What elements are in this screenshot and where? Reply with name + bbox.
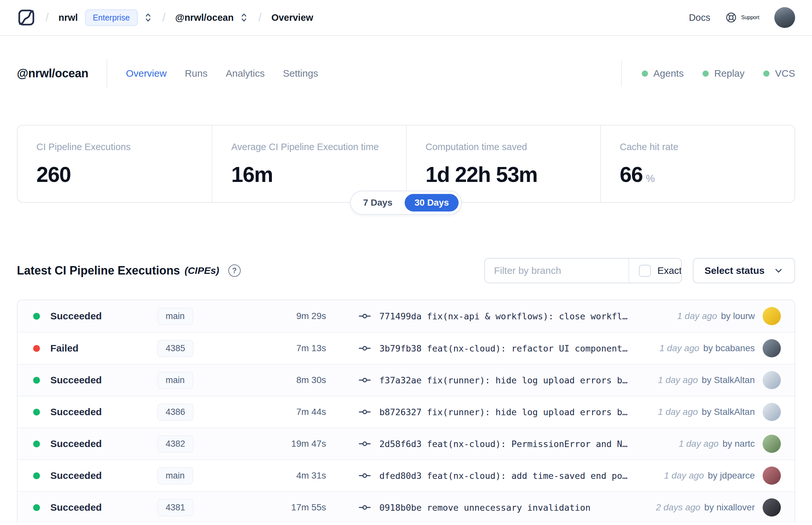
cipes-title: Latest CI Pipeline Executions bbox=[17, 264, 180, 278]
exact-label: Exact bbox=[657, 265, 682, 276]
commit-message: 2d58f6d3 feat(nx-cloud): PermissionError… bbox=[379, 439, 628, 449]
tab-overview[interactable]: Overview bbox=[126, 68, 167, 79]
breadcrumb-separator: / bbox=[45, 11, 49, 24]
git-commit-icon bbox=[358, 310, 371, 322]
range-30-days-button[interactable]: 30 Days bbox=[405, 194, 459, 211]
tab-settings[interactable]: Settings bbox=[283, 68, 318, 79]
breadcrumb-org[interactable]: nrwl bbox=[59, 12, 78, 23]
branch-badge: 4385 bbox=[157, 340, 194, 357]
user-avatar[interactable] bbox=[774, 7, 795, 28]
cipes-section-header: Latest CI Pipeline Executions (CIPEs) ? … bbox=[17, 258, 795, 283]
author: by bcabanes bbox=[703, 343, 755, 354]
breadcrumb-workspace[interactable]: @nrwl/ocean bbox=[175, 12, 234, 23]
timestamp: 1 day ago bbox=[659, 343, 699, 354]
workspace-tabs: Overview Runs Analytics Settings bbox=[126, 68, 318, 79]
author-avatar bbox=[763, 371, 781, 389]
branch-badge: main bbox=[157, 372, 193, 389]
docs-link[interactable]: Docs bbox=[689, 12, 710, 23]
range-7-days-button[interactable]: 7 Days bbox=[353, 194, 402, 211]
git-commit-icon bbox=[358, 406, 371, 418]
status-dot-icon bbox=[33, 409, 40, 416]
cipes-controls: Exact Select status bbox=[484, 258, 795, 283]
timestamp: 1 day ago bbox=[677, 311, 717, 321]
exact-filter: Exact bbox=[628, 259, 682, 283]
status-label: Succeeded bbox=[50, 311, 102, 321]
page-title: @nrwl/ocean bbox=[17, 66, 88, 80]
author: by StalkAltan bbox=[702, 407, 755, 417]
status-dot-icon bbox=[33, 440, 40, 447]
status-dot-icon bbox=[33, 504, 40, 511]
help-icon[interactable]: ? bbox=[228, 265, 241, 277]
enterprise-badge: Enterprise bbox=[85, 10, 138, 26]
date-range-toggle: 7 Days 30 Days bbox=[350, 191, 462, 215]
table-row[interactable]: Failed 4385 7m 13s 3b79fb38 feat(nx-clou… bbox=[17, 332, 795, 364]
author-avatar bbox=[763, 307, 781, 325]
branch-badge: main bbox=[157, 308, 193, 325]
author-avatar bbox=[763, 466, 781, 485]
branch-badge: 4382 bbox=[157, 435, 194, 452]
author: by jdpearce bbox=[708, 470, 755, 481]
org-switcher-chevrons-icon[interactable] bbox=[143, 12, 153, 23]
status-label: Failed bbox=[50, 343, 79, 354]
indicator-replay[interactable]: Replay bbox=[703, 68, 745, 79]
author-avatar bbox=[763, 498, 781, 516]
nx-cloud-logo-icon[interactable] bbox=[17, 8, 36, 27]
status-label: Succeeded bbox=[50, 470, 102, 481]
table-row[interactable]: Succeeded main 9m 29s 771499da fix(nx-ap… bbox=[17, 300, 795, 332]
tab-analytics[interactable]: Analytics bbox=[226, 68, 265, 79]
duration: 9m 29s bbox=[251, 311, 326, 321]
table-row[interactable]: Succeeded 4386 7m 44s b8726327 fix(runne… bbox=[17, 396, 795, 427]
indicator-vcs[interactable]: VCS bbox=[763, 68, 795, 79]
stats-section: CI Pipeline Executions 260 Average CI Pi… bbox=[17, 125, 795, 203]
git-commit-icon bbox=[358, 342, 371, 355]
commit-message: b8726327 fix(runner): hide log upload er… bbox=[379, 407, 628, 417]
timestamp: 1 day ago bbox=[678, 439, 718, 449]
breadcrumb-separator: / bbox=[258, 11, 261, 24]
status-label: Succeeded bbox=[50, 438, 102, 449]
commit-message: 0918b0be remove unnecessary invalidation bbox=[379, 502, 591, 513]
branch-filter-input[interactable] bbox=[485, 259, 628, 283]
cipes-title-suffix: (CIPEs) bbox=[184, 265, 219, 276]
tab-runs[interactable]: Runs bbox=[185, 68, 208, 79]
status-dot-icon bbox=[33, 377, 40, 384]
status-label: Succeeded bbox=[50, 375, 102, 386]
indicator-agents[interactable]: Agents bbox=[642, 68, 684, 79]
status-dot-icon bbox=[33, 313, 40, 320]
commit-message: 771499da fix(nx-api & workflows): close … bbox=[379, 311, 628, 321]
table-row[interactable]: Succeeded main 4m 31s dfed80d3 feat(nx-c… bbox=[17, 460, 795, 491]
branch-badge: main bbox=[157, 467, 193, 484]
table-row[interactable]: Succeeded 4381 17m 55s 0918b0be remove u… bbox=[17, 491, 795, 523]
author: by nixallover bbox=[704, 502, 755, 513]
green-dot-icon bbox=[642, 71, 648, 77]
stat-ci-pipeline-executions: CI Pipeline Executions 260 bbox=[17, 125, 212, 203]
branch-badge: 4386 bbox=[157, 404, 194, 421]
table-row[interactable]: Succeeded 4382 19m 47s 2d58f6d3 feat(nx-… bbox=[17, 427, 795, 460]
exact-checkbox[interactable] bbox=[639, 265, 651, 277]
breadcrumb-separator: / bbox=[163, 11, 166, 24]
git-commit-icon bbox=[358, 501, 371, 514]
status-dot-icon bbox=[33, 345, 40, 352]
support-link[interactable]: Support bbox=[725, 12, 760, 24]
status-indicators: Agents Replay VCS bbox=[621, 60, 795, 86]
table-row[interactable]: Succeeded main 8m 30s f37a32ae fix(runne… bbox=[17, 364, 795, 396]
commit-message: 3b79fb38 feat(nx-cloud): refactor UI com… bbox=[379, 343, 628, 354]
commit-message: dfed80d3 feat(nx-cloud): add time-saved … bbox=[379, 471, 628, 481]
stat-cache-hit-rate: Cache hit rate 66% bbox=[600, 125, 795, 203]
duration: 19m 47s bbox=[251, 439, 326, 449]
status-dot-icon bbox=[33, 472, 40, 479]
divider bbox=[621, 60, 622, 86]
author: by lourw bbox=[721, 311, 755, 321]
top-nav: / nrwl Enterprise / @nrwl/ocean / Overvi… bbox=[0, 0, 812, 36]
chevron-down-icon bbox=[774, 266, 783, 275]
green-dot-icon bbox=[763, 71, 769, 77]
status-select-button[interactable]: Select status bbox=[693, 258, 795, 283]
green-dot-icon bbox=[703, 71, 709, 77]
author: by nartc bbox=[722, 439, 755, 449]
nav-actions: Docs Support bbox=[689, 7, 795, 28]
duration: 4m 31s bbox=[251, 470, 326, 481]
workspace-switcher-chevrons-icon[interactable] bbox=[240, 12, 248, 23]
author: by StalkAltan bbox=[702, 375, 755, 385]
git-commit-icon bbox=[358, 374, 371, 386]
status-label: Succeeded bbox=[50, 502, 102, 513]
commit-message: f37a32ae fix(runner): hide log upload er… bbox=[379, 375, 628, 385]
